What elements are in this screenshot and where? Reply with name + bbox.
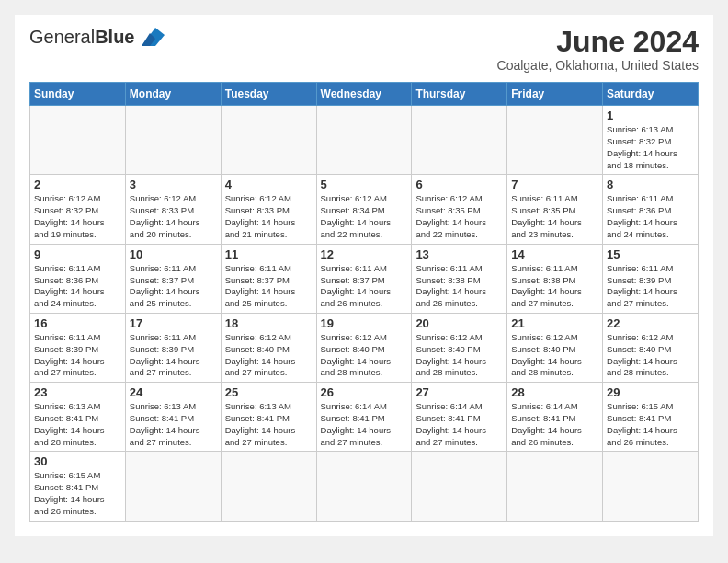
day-info: Sunrise: 6:14 AMSunset: 8:41 PMDaylight:… xyxy=(511,401,598,448)
weekday-header-sunday: Sunday xyxy=(30,83,126,106)
day-info: Sunrise: 6:11 AMSunset: 8:37 PMDaylight:… xyxy=(321,263,408,310)
day-info: Sunrise: 6:12 AMSunset: 8:40 PMDaylight:… xyxy=(225,332,313,379)
day-info: Sunrise: 6:14 AMSunset: 8:41 PMDaylight:… xyxy=(415,401,503,448)
day-info: Sunrise: 6:12 AMSunset: 8:33 PMDaylight:… xyxy=(130,193,217,240)
weekday-header-row: SundayMondayTuesdayWednesdayThursdayFrid… xyxy=(30,83,699,106)
calendar-cell: 17Sunrise: 6:11 AMSunset: 8:39 PMDayligh… xyxy=(125,313,221,382)
calendar-cell: 30Sunrise: 6:15 AMSunset: 8:41 PMDayligh… xyxy=(30,452,126,521)
calendar-cell: 21Sunrise: 6:12 AMSunset: 8:40 PMDayligh… xyxy=(507,313,603,382)
calendar-thead: SundayMondayTuesdayWednesdayThursdayFrid… xyxy=(30,83,699,106)
day-number: 22 xyxy=(607,316,694,330)
calendar-cell xyxy=(603,452,699,521)
calendar-cell: 9Sunrise: 6:11 AMSunset: 8:36 PMDaylight… xyxy=(30,244,126,313)
week-row-1: 2Sunrise: 6:12 AMSunset: 8:32 PMDaylight… xyxy=(30,175,699,244)
calendar-cell: 22Sunrise: 6:12 AMSunset: 8:40 PMDayligh… xyxy=(603,313,699,382)
day-info: Sunrise: 6:15 AMSunset: 8:41 PMDaylight:… xyxy=(34,470,121,517)
day-info: Sunrise: 6:15 AMSunset: 8:41 PMDaylight:… xyxy=(607,401,694,448)
calendar-cell xyxy=(30,106,126,175)
calendar-cell xyxy=(125,452,221,521)
calendar-cell: 14Sunrise: 6:11 AMSunset: 8:38 PMDayligh… xyxy=(507,244,603,313)
calendar-cell xyxy=(412,106,507,175)
calendar-cell xyxy=(221,106,316,175)
day-info: Sunrise: 6:11 AMSunset: 8:39 PMDaylight:… xyxy=(34,332,121,379)
day-number: 17 xyxy=(130,316,217,330)
calendar-cell: 20Sunrise: 6:12 AMSunset: 8:40 PMDayligh… xyxy=(412,313,507,382)
weekday-header-wednesday: Wednesday xyxy=(316,83,412,106)
calendar-cell: 28Sunrise: 6:14 AMSunset: 8:41 PMDayligh… xyxy=(507,383,603,452)
week-row-2: 9Sunrise: 6:11 AMSunset: 8:36 PMDaylight… xyxy=(30,244,699,313)
day-number: 1 xyxy=(607,109,694,122)
day-number: 21 xyxy=(511,316,598,330)
calendar-cell: 7Sunrise: 6:11 AMSunset: 8:35 PMDaylight… xyxy=(507,175,603,244)
day-info: Sunrise: 6:11 AMSunset: 8:38 PMDaylight:… xyxy=(511,263,598,310)
weekday-header-thursday: Thursday xyxy=(412,83,507,106)
day-number: 26 xyxy=(321,385,408,399)
day-number: 27 xyxy=(415,385,503,399)
day-number: 3 xyxy=(130,178,217,191)
day-number: 29 xyxy=(607,385,694,399)
day-number: 24 xyxy=(130,385,217,399)
title-block: June 2024 Coalgate, Oklahoma, United Sta… xyxy=(497,26,699,73)
calendar-cell xyxy=(221,452,316,521)
month-title: June 2024 xyxy=(497,26,699,58)
calendar-cell: 2Sunrise: 6:12 AMSunset: 8:32 PMDaylight… xyxy=(30,175,126,244)
day-number: 14 xyxy=(511,247,598,261)
calendar-cell: 6Sunrise: 6:12 AMSunset: 8:35 PMDaylight… xyxy=(412,175,507,244)
day-info: Sunrise: 6:12 AMSunset: 8:40 PMDaylight:… xyxy=(321,332,408,379)
week-row-4: 23Sunrise: 6:13 AMSunset: 8:41 PMDayligh… xyxy=(30,383,699,452)
day-info: Sunrise: 6:11 AMSunset: 8:38 PMDaylight:… xyxy=(415,263,503,310)
calendar-cell: 5Sunrise: 6:12 AMSunset: 8:34 PMDaylight… xyxy=(316,175,412,244)
day-number: 7 xyxy=(511,178,598,191)
day-info: Sunrise: 6:11 AMSunset: 8:35 PMDaylight:… xyxy=(511,193,598,240)
calendar-cell xyxy=(316,106,412,175)
calendar-cell: 11Sunrise: 6:11 AMSunset: 8:37 PMDayligh… xyxy=(221,244,316,313)
calendar-container: GeneralBlue June 2024 Coalgate, Oklahoma… xyxy=(15,15,713,536)
day-info: Sunrise: 6:13 AMSunset: 8:41 PMDaylight:… xyxy=(130,401,217,448)
day-number: 25 xyxy=(225,385,313,399)
calendar-cell: 3Sunrise: 6:12 AMSunset: 8:33 PMDaylight… xyxy=(125,175,221,244)
calendar-cell xyxy=(316,452,412,521)
logo: GeneralBlue xyxy=(29,26,165,48)
calendar-cell xyxy=(507,452,603,521)
calendar-cell: 4Sunrise: 6:12 AMSunset: 8:33 PMDaylight… xyxy=(221,175,316,244)
calendar-cell: 1Sunrise: 6:13 AMSunset: 8:32 PMDaylight… xyxy=(603,106,699,175)
week-row-0: 1Sunrise: 6:13 AMSunset: 8:32 PMDaylight… xyxy=(30,106,699,175)
week-row-5: 30Sunrise: 6:15 AMSunset: 8:41 PMDayligh… xyxy=(30,452,699,521)
calendar-cell: 16Sunrise: 6:11 AMSunset: 8:39 PMDayligh… xyxy=(30,313,126,382)
day-number: 2 xyxy=(34,178,121,191)
calendar-cell: 27Sunrise: 6:14 AMSunset: 8:41 PMDayligh… xyxy=(412,383,507,452)
calendar-cell: 26Sunrise: 6:14 AMSunset: 8:41 PMDayligh… xyxy=(316,383,412,452)
day-info: Sunrise: 6:12 AMSunset: 8:34 PMDaylight:… xyxy=(321,193,408,240)
day-info: Sunrise: 6:11 AMSunset: 8:37 PMDaylight:… xyxy=(225,263,313,310)
calendar-tbody: 1Sunrise: 6:13 AMSunset: 8:32 PMDaylight… xyxy=(30,106,699,522)
day-number: 30 xyxy=(34,454,121,468)
calendar-cell: 13Sunrise: 6:11 AMSunset: 8:38 PMDayligh… xyxy=(412,244,507,313)
logo-text: GeneralBlue xyxy=(29,27,135,47)
day-number: 9 xyxy=(34,247,121,261)
day-info: Sunrise: 6:11 AMSunset: 8:39 PMDaylight:… xyxy=(130,332,217,379)
calendar-cell: 29Sunrise: 6:15 AMSunset: 8:41 PMDayligh… xyxy=(603,383,699,452)
day-number: 15 xyxy=(607,247,694,261)
day-number: 19 xyxy=(321,316,408,330)
day-info: Sunrise: 6:12 AMSunset: 8:35 PMDaylight:… xyxy=(415,193,503,240)
day-info: Sunrise: 6:12 AMSunset: 8:40 PMDaylight:… xyxy=(511,332,598,379)
day-number: 23 xyxy=(34,385,121,399)
day-info: Sunrise: 6:11 AMSunset: 8:37 PMDaylight:… xyxy=(130,263,217,310)
day-number: 13 xyxy=(415,247,503,261)
calendar-cell: 19Sunrise: 6:12 AMSunset: 8:40 PMDayligh… xyxy=(316,313,412,382)
location: Coalgate, Oklahoma, United States xyxy=(497,58,699,73)
weekday-header-friday: Friday xyxy=(507,83,603,106)
day-info: Sunrise: 6:12 AMSunset: 8:33 PMDaylight:… xyxy=(225,193,313,240)
calendar-cell: 8Sunrise: 6:11 AMSunset: 8:36 PMDaylight… xyxy=(603,175,699,244)
day-info: Sunrise: 6:13 AMSunset: 8:41 PMDaylight:… xyxy=(34,401,121,448)
day-number: 10 xyxy=(130,247,217,261)
day-number: 4 xyxy=(225,178,313,191)
weekday-header-saturday: Saturday xyxy=(603,83,699,106)
calendar-table: SundayMondayTuesdayWednesdayThursdayFrid… xyxy=(29,82,699,522)
calendar-cell: 23Sunrise: 6:13 AMSunset: 8:41 PMDayligh… xyxy=(30,383,126,452)
day-info: Sunrise: 6:14 AMSunset: 8:41 PMDaylight:… xyxy=(321,401,408,448)
logo-icon xyxy=(137,26,165,48)
day-info: Sunrise: 6:11 AMSunset: 8:36 PMDaylight:… xyxy=(607,193,694,240)
calendar-cell xyxy=(507,106,603,175)
weekday-header-monday: Monday xyxy=(125,83,221,106)
